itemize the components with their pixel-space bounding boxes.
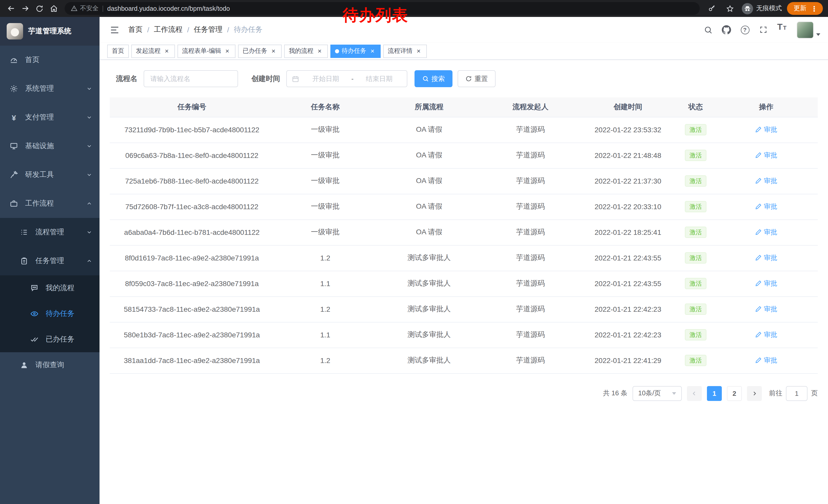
sidebar-item-leave-query[interactable]: 请假查询 [0,352,99,378]
approve-button[interactable]: 审批 [755,202,777,211]
approve-button[interactable]: 审批 [755,253,777,263]
page-button-2[interactable]: 2 [727,386,742,401]
forward-icon[interactable] [18,2,32,15]
created-time-cell: 2022-01-21 22:43:55 [579,271,677,296]
goto-page-input[interactable] [786,386,808,401]
update-button[interactable]: 更新 ⋮ [787,2,823,15]
sidebar-item-system[interactable]: 系统管理 [0,74,99,103]
sidebar-item-payment[interactable]: ¥ 支付管理 [0,103,99,132]
edit-icon [755,255,762,261]
edit-icon [755,203,762,210]
sidebar-item-infra[interactable]: 基础设施 [0,132,99,161]
search-button[interactable]: 搜索 [415,70,452,87]
process-cell: OA 请假 [377,194,482,220]
user-menu[interactable] [797,21,820,38]
search-icon[interactable] [700,22,716,37]
tab-close-icon[interactable]: × [316,47,323,55]
tab-close-icon[interactable]: × [415,47,422,55]
approve-button[interactable]: 审批 [755,151,777,160]
github-icon[interactable] [719,22,734,37]
tab-流程详情[interactable]: 流程详情× [383,44,427,58]
edit-icon [755,331,762,338]
end-date-placeholder[interactable]: 结束日期 [357,74,402,83]
created-time-cell: 2022-01-22 21:48:48 [579,142,677,168]
caret-down-icon [672,392,676,395]
process-cell: 测试多审批人 [377,296,482,322]
reset-button[interactable]: 重置 [458,70,496,87]
created-time-cell: 2022-01-21 22:42:23 [579,296,677,322]
page-content: 流程名 创建时间 开始日期 - 结束日期 [99,60,828,504]
page-size-value: 10条/页 [638,388,661,398]
help-icon[interactable]: ? [737,22,753,37]
process-cell: 测试多审批人 [377,245,482,271]
initiator-cell: 芋道源码 [482,142,579,168]
approve-button[interactable]: 审批 [755,176,777,186]
browser-menu-icon[interactable]: ⋮ [811,5,818,12]
sidebar-item-label: 首页 [25,55,92,64]
sidebar-item-label: 工作流程 [25,199,86,208]
breadcrumb-item[interactable]: 首页 [128,25,142,34]
approve-button[interactable]: 审批 [755,305,777,314]
sidebar-toggle-icon[interactable] [107,22,122,37]
prev-page-button[interactable] [687,386,702,401]
app-logo[interactable]: 芋道管理系统 [0,17,99,46]
task-name-cell: 1.2 [274,296,377,322]
eye-icon [30,309,39,318]
sidebar-item-my-process[interactable]: 我的流程 [0,275,99,301]
approve-button[interactable]: 审批 [755,330,777,339]
sidebar-item-devtools[interactable]: 研发工具 [0,161,99,189]
page-size-select[interactable]: 10条/页 [632,386,682,401]
breadcrumb-separator: / [187,26,189,34]
security-status[interactable]: 不安全 [71,4,98,13]
reload-icon[interactable] [33,2,46,15]
approve-button[interactable]: 审批 [755,279,777,288]
tab-close-icon[interactable]: × [224,47,231,55]
approve-button[interactable]: 审批 [755,228,777,237]
status-badge: 激活 [685,201,706,212]
tab-流程表单-编辑[interactable]: 流程表单-编辑× [177,44,236,58]
fullscreen-icon[interactable] [756,22,771,37]
action-cell: 审批 [715,220,818,245]
breadcrumb-item[interactable]: 工作流程 [154,25,182,34]
filter-buttons: 搜索 重置 [415,70,496,87]
breadcrumb-separator: / [227,26,229,34]
sidebar-item-task-mgmt[interactable]: 任务管理 [0,246,99,275]
approve-button[interactable]: 审批 [755,356,777,365]
chat-user-icon [30,283,39,293]
back-icon[interactable] [4,2,17,15]
date-range-picker[interactable]: 开始日期 - 结束日期 [286,70,407,87]
tab-已办任务[interactable]: 已办任务× [238,44,282,58]
avatar[interactable] [797,21,814,38]
approve-label: 审批 [764,253,777,263]
page-button-1[interactable]: 1 [707,386,722,401]
task-name-cell: 1.2 [274,348,377,373]
tab-close-icon[interactable]: × [369,47,376,55]
column-header-actions: 操作 [715,97,818,117]
tab-发起流程[interactable]: 发起流程× [131,44,175,58]
approve-button[interactable]: 审批 [755,125,777,134]
tab-close-icon[interactable]: × [163,47,170,55]
sidebar-item-workflow[interactable]: 工作流程 [0,189,99,218]
address-bar[interactable]: 不安全 dashboard.yudao.iocoder.cn/bpm/task/… [65,2,700,15]
process-name-label: 流程名 [116,74,137,83]
font-size-icon[interactable]: T T [774,22,790,37]
start-date-placeholder[interactable]: 开始日期 [303,74,348,83]
tab-我的流程[interactable]: 我的流程× [284,44,328,58]
process-name-input[interactable] [143,70,238,87]
calendar-icon [292,75,299,82]
task-id-cell: 8f059c03-7ac8-11ec-a9e2-a2380e71991a [110,271,274,296]
tab-close-icon[interactable]: × [270,47,277,55]
password-key-icon[interactable] [705,2,718,15]
tab-首页[interactable]: 首页 [107,44,129,58]
home-icon[interactable] [47,2,60,15]
bookmark-star-icon[interactable] [723,2,737,15]
sidebar-item-home[interactable]: 首页 [0,46,99,74]
sidebar-item-done-task[interactable]: 已办任务 [0,327,99,352]
sidebar-item-process-mgmt[interactable]: 流程管理 [0,218,99,246]
breadcrumb-item[interactable]: 任务管理 [194,25,223,34]
tags-view: 首页发起流程×流程表单-编辑×已办任务×我的流程×待办任务×流程详情× [99,43,828,60]
next-page-button[interactable] [747,386,762,401]
tab-待办任务[interactable]: 待办任务× [330,44,381,58]
sidebar-item-todo-task[interactable]: 待办任务 [0,301,99,327]
tab-label: 流程详情 [388,47,412,55]
